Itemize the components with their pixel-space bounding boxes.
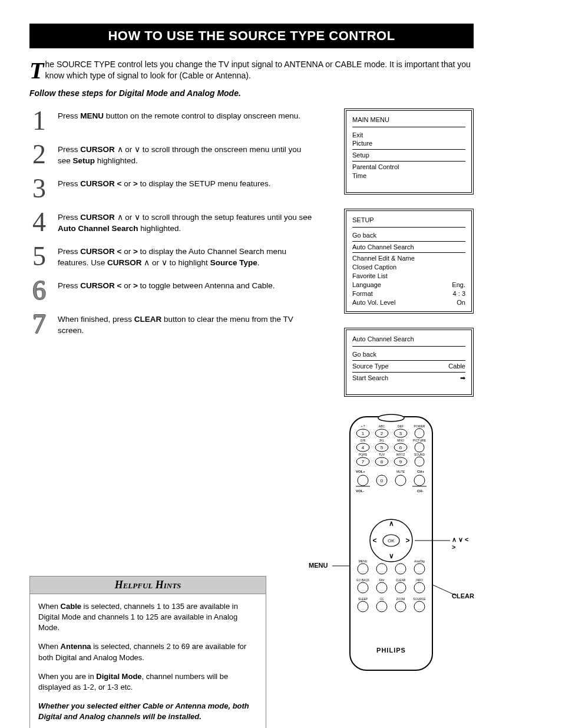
helpful-hints-box: Helpful Hints When Cable is selected, ch… — [29, 576, 266, 728]
svg-point-71 — [376, 601, 387, 612]
svg-text:3: 3 — [399, 431, 402, 436]
svg-text:CH+: CH+ — [417, 470, 425, 473]
osd-item: Time — [352, 172, 465, 180]
page-title: HOW TO USE THE SOURCE TYPE CONTROL — [29, 24, 474, 48]
step-row: 2Press CURSOR ∧ or ∨ to scroll through t… — [29, 142, 315, 167]
svg-text:Ana/Dig: Ana/Dig — [414, 559, 425, 563]
step-row: 7When finished, press CLEAR button to cl… — [29, 312, 315, 337]
step-number: 4 — [29, 210, 46, 235]
svg-text:4: 4 — [362, 445, 365, 450]
osd-title: SETUP — [352, 216, 465, 228]
svg-text:8: 8 — [381, 459, 384, 465]
osd-item: Setup — [352, 151, 465, 160]
svg-text:TUV: TUV — [379, 453, 385, 456]
svg-point-69 — [358, 601, 368, 612]
svg-point-40 — [395, 475, 406, 486]
svg-point-1 — [378, 414, 404, 421]
hints-p2: When Antenna is selected, channels 2 to … — [38, 641, 257, 663]
svg-text:VOL-: VOL- — [356, 489, 364, 493]
hints-p4: Whether you selected either Cable or Ant… — [38, 701, 257, 722]
step-text: Press MENU button on the remote control … — [58, 108, 300, 133]
svg-text:2: 2 — [381, 431, 384, 436]
svg-text:∨: ∨ — [389, 552, 394, 560]
svg-point-55 — [358, 564, 368, 574]
svg-text:DEF: DEF — [398, 424, 404, 428]
remote-label-menu: MENU — [309, 562, 328, 569]
svg-text:1: 1 — [362, 431, 365, 436]
sub-intro: Follow these steps for Digital Mode and … — [29, 88, 474, 98]
osd-item: Format4 : 3 — [352, 289, 465, 298]
step-text: Press CURSOR < or > to toggle between An… — [58, 278, 275, 302]
svg-point-56 — [376, 564, 387, 574]
svg-text:INFO: INFO — [416, 578, 423, 582]
hints-p3: When you are in Digital Mode, channel nu… — [38, 671, 257, 693]
osd-title: MAIN MENU — [352, 116, 465, 127]
osd-column: MAIN MENU ExitPictureSetupParental Contr… — [344, 108, 474, 411]
svg-text:GO BACK: GO BACK — [356, 578, 370, 582]
svg-text:∧: ∧ — [389, 519, 394, 528]
svg-text:MENU: MENU — [359, 559, 368, 563]
svg-text:0: 0 — [381, 478, 384, 483]
svg-text:MUTE: MUTE — [396, 470, 405, 473]
step-row: 4Press CURSOR ∧ or ∨ to scroll through t… — [29, 210, 315, 235]
svg-text:9: 9 — [399, 459, 402, 465]
svg-text:5: 5 — [381, 445, 384, 450]
step-row: 1Press MENU button on the remote control… — [29, 108, 315, 133]
osd-item: Exit — [352, 131, 465, 140]
step-number: 5 — [29, 244, 46, 269]
svg-point-63 — [376, 582, 387, 593]
step-number: 2 — [29, 142, 46, 167]
remote-diagram: +.?1ABC2DEF3POWERGHI4JKL5MNO6PICTUREPQRS… — [309, 411, 474, 682]
osd-item: Parental Control — [352, 163, 465, 172]
svg-point-41 — [414, 475, 425, 486]
osd-item: Favorite List — [352, 272, 465, 281]
svg-text:ZOOM: ZOOM — [396, 597, 405, 601]
svg-text:PHILIPS: PHILIPS — [376, 647, 406, 654]
step-number: 7 — [29, 312, 46, 337]
svg-text:JKL: JKL — [379, 439, 385, 442]
svg-point-75 — [414, 601, 425, 612]
remote-label-clear: CLEAR — [452, 592, 474, 599]
step-text: Press CURSOR ∧ or ∨ to scroll through th… — [58, 210, 315, 235]
osd-setup: SETUP Go backAuto Channel SearchChannel … — [344, 209, 474, 314]
osd-auto-channel-search: Auto Channel Search Go backSource TypeCa… — [344, 328, 474, 396]
osd-title: Auto Channel Search — [352, 335, 465, 347]
svg-text:SLEEP: SLEEP — [358, 597, 368, 601]
svg-point-57 — [395, 564, 406, 574]
svg-text:<: < — [372, 536, 376, 545]
svg-point-37 — [358, 475, 368, 486]
svg-text:>: > — [405, 536, 409, 545]
step-row: 6Press CURSOR < or > to toggle between A… — [29, 278, 315, 302]
osd-item: Go back — [352, 231, 465, 240]
svg-point-67 — [414, 582, 425, 593]
svg-point-23 — [415, 443, 424, 452]
step-number: 6 — [29, 278, 46, 302]
svg-point-12 — [415, 429, 424, 438]
hints-p1: When Cable is selected, channels 1 to 13… — [38, 601, 257, 634]
svg-text:CH-: CH- — [417, 489, 424, 493]
svg-point-34 — [415, 457, 424, 466]
step-text: Press CURSOR ∧ or ∨ to scroll through th… — [58, 142, 315, 167]
step-number: 3 — [29, 176, 46, 200]
svg-text:POWER: POWER — [414, 424, 425, 428]
svg-text:7: 7 — [362, 459, 365, 465]
step-row: 3Press CURSOR < or > to display the SETU… — [29, 176, 315, 200]
steps-column: 1Press MENU button on the remote control… — [29, 108, 315, 346]
intro-paragraph: The SOURCE TYPE control lets you change … — [29, 59, 474, 81]
osd-item: Auto Channel Search — [352, 243, 465, 252]
dropcap: T — [29, 59, 45, 80]
svg-text:PQRS: PQRS — [359, 453, 368, 456]
step-number: 1 — [29, 108, 46, 133]
svg-text:OK: OK — [388, 538, 395, 543]
osd-item: Closed Caption — [352, 263, 465, 272]
step-text: Press CURSOR < or > to display the Auto … — [58, 244, 315, 269]
svg-point-65 — [395, 582, 406, 593]
svg-text:SOURCE: SOURCE — [413, 597, 426, 601]
svg-text:SOUND: SOUND — [414, 453, 425, 456]
osd-item: Start Search➡ — [352, 374, 465, 383]
step-row: 5Press CURSOR < or > to display the Auto… — [29, 244, 315, 269]
svg-text:6: 6 — [399, 445, 402, 450]
osd-item: Source TypeCable — [352, 362, 465, 371]
svg-text:FAV: FAV — [379, 578, 385, 582]
step-text: Press CURSOR < or > to display the SETUP… — [58, 176, 270, 200]
